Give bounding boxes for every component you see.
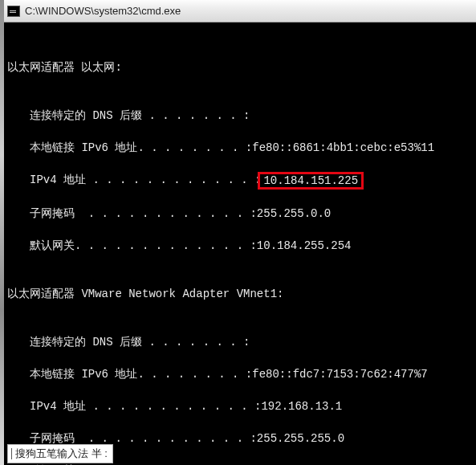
window-title: C:\WINDOWS\system32\cmd.exe — [25, 5, 181, 17]
dots: . . . . . . . . . . . . : — [86, 398, 261, 414]
ipv4-label: IPv4 地址 — [30, 398, 86, 414]
ipv4-value: 192.168.13.1 — [261, 398, 342, 414]
dots: . . . . . . . . : — [137, 366, 252, 382]
subnet-value: 255.255.255.0 — [257, 430, 344, 447]
console-output[interactable]: 以太网适配器 以太网: 连接特定的 DNS 后缀 . . . . . . . :… — [4, 22, 476, 465]
ipv4-value: 10.184.151.225 — [263, 174, 358, 187]
ipv6-link-label: 本地链接 IPv6 地址 — [30, 366, 137, 382]
gateway-label: 默认网关 — [30, 238, 75, 254]
section-header: 以太网适配器 VMware Network Adapter VMnet1: — [7, 286, 283, 302]
ipv6-link-label: 本地链接 IPv6 地址 — [30, 140, 137, 156]
dots: . . . . . . . . . . . . . : — [75, 238, 257, 254]
dots: . . . . . . . . . . . . : — [86, 172, 261, 190]
gateway-value: 10.184.255.254 — [257, 238, 352, 254]
section-header: 以太网适配器 以太网: — [7, 59, 122, 75]
dns-suffix-label: 连接特定的 DNS 后缀 — [30, 334, 142, 350]
highlighted-ipv4: 10.184.151.225 — [258, 172, 364, 190]
dots: . . . . . . . : — [142, 108, 250, 124]
dns-suffix-label: 连接特定的 DNS 后缀 — [30, 108, 142, 124]
dots: . . . . . . . . . . . . : — [75, 206, 257, 222]
ime-divider-icon — [11, 448, 12, 459]
cmd-icon — [7, 6, 20, 17]
subnet-label: 子网掩码 — [30, 206, 75, 222]
cmd-window: C:\WINDOWS\system32\cmd.exe 以太网适配器 以太网: … — [0, 0, 476, 465]
ipv4-label: IPv4 地址 — [30, 172, 86, 190]
ime-status-bar[interactable]: 搜狗五笔输入法 半 : — [7, 444, 113, 463]
dots: . . . . . . . . : — [137, 140, 252, 156]
subnet-value: 255.255.0.0 — [257, 206, 331, 222]
ipv6-link-value: fe80::6861:4bb1:cebc:e53%11 — [252, 140, 434, 156]
ipv6-link-value: fe80::fdc7:7153:7c62:477%7 — [252, 366, 427, 382]
dots: . . . . . . . : — [142, 334, 250, 350]
titlebar[interactable]: C:\WINDOWS\system32\cmd.exe — [4, 0, 476, 22]
ime-text: 搜狗五笔输入法 半 : — [15, 446, 108, 462]
